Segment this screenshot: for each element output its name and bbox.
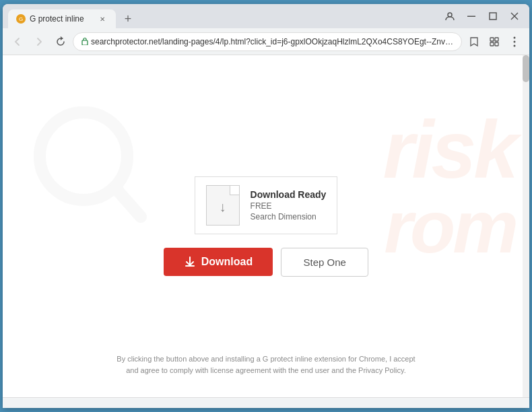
download-product-label: Search Dimension (251, 212, 327, 221)
address-bar[interactable]: searchprotector.net/landing-pages/4/lp.h… (73, 32, 462, 51)
scrollbar-thumb[interactable] (523, 55, 529, 82)
refresh-button[interactable] (51, 32, 70, 51)
tab-close-button[interactable]: ✕ (97, 13, 108, 24)
download-button[interactable]: Download (164, 248, 273, 276)
download-info: Download Ready FREE Search Dimension (251, 189, 327, 221)
status-bar (3, 397, 529, 408)
page-content: risk rom ↓ Download Ready FREE Searc (3, 55, 529, 397)
footer-line2: and agree to comply with license agreeme… (117, 365, 415, 377)
download-ready-label: Download Ready (251, 189, 327, 200)
extensions-button[interactable] (485, 32, 504, 51)
menu-button[interactable] (505, 32, 524, 51)
file-body: ↓ (206, 185, 240, 226)
buttons-row: Download Step One (164, 248, 368, 277)
step-one-button[interactable]: Step One (281, 248, 368, 277)
svg-rect-8 (490, 42, 494, 46)
download-icon (184, 256, 196, 268)
svg-rect-5 (82, 40, 88, 45)
minimize-button[interactable] (462, 7, 481, 26)
svg-point-0 (448, 13, 452, 17)
main-content: ↓ Download Ready FREE Search Dimension D… (3, 55, 529, 397)
url-text: searchprotector.net/landing-pages/4/lp.h… (91, 37, 453, 46)
svg-rect-6 (490, 38, 494, 41)
maximize-button[interactable] (484, 7, 502, 26)
toolbar: searchprotector.net/landing-pages/4/lp.h… (3, 28, 529, 55)
svg-point-12 (514, 44, 516, 46)
new-tab-button[interactable]: + (119, 9, 137, 28)
tab-favicon: G (16, 14, 26, 24)
active-tab[interactable]: G G protect inline ✕ (8, 9, 116, 28)
back-button[interactable] (8, 32, 27, 51)
title-bar: G G protect inline ✕ + (3, 4, 529, 28)
download-free-label: FREE (251, 201, 327, 211)
bookmark-button[interactable] (465, 32, 484, 51)
footer-line1: By clicking the button above and install… (117, 353, 415, 366)
browser-window: G G protect inline ✕ + (3, 4, 529, 408)
download-button-label: Download (201, 256, 253, 268)
download-card: ↓ Download Ready FREE Search Dimension (195, 176, 338, 234)
footer: By clicking the button above and install… (117, 353, 415, 377)
close-button[interactable] (505, 7, 524, 26)
svg-rect-1 (467, 16, 475, 18)
tab-title: G protect inline (30, 14, 93, 24)
svg-rect-9 (495, 42, 498, 46)
svg-rect-7 (495, 38, 498, 41)
svg-point-10 (514, 36, 516, 38)
step-one-label: Step One (304, 256, 346, 268)
file-icon: ↓ (206, 185, 240, 226)
tab-strip: G G protect inline ✕ + (8, 9, 440, 28)
profile-button[interactable] (440, 7, 459, 26)
scrollbar[interactable] (523, 55, 529, 397)
forward-button[interactable] (30, 32, 48, 51)
toolbar-right (465, 32, 524, 51)
svg-point-11 (514, 40, 516, 42)
file-download-arrow: ↓ (220, 199, 226, 215)
svg-rect-2 (490, 13, 496, 20)
file-corner (230, 186, 239, 195)
svg-rect-15 (185, 265, 195, 267)
window-controls (440, 7, 524, 28)
security-lock-icon (81, 37, 88, 46)
